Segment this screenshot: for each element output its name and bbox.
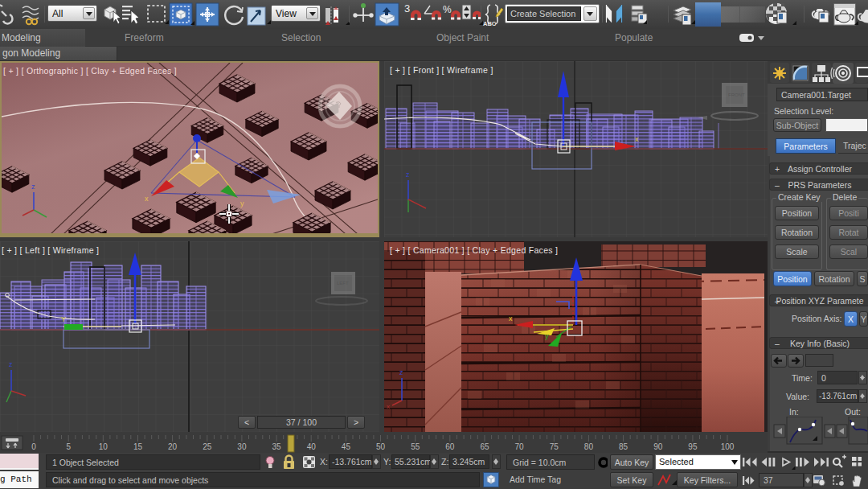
svg-text:65: 65 — [480, 442, 489, 451]
svg-text:75: 75 — [550, 442, 559, 451]
svg-text:x: x — [509, 314, 513, 323]
svg-text:100: 100 — [721, 442, 735, 451]
svg-text:95: 95 — [688, 442, 698, 451]
svg-text:20: 20 — [168, 442, 178, 451]
svg-text:Y: Y — [61, 315, 66, 323]
svg-text:25: 25 — [203, 442, 212, 451]
svg-text:40: 40 — [307, 442, 317, 451]
svg-text:80: 80 — [584, 442, 594, 451]
svg-text:5: 5 — [66, 442, 71, 451]
svg-text:15: 15 — [133, 442, 143, 451]
svg-text:ABC: ABC — [483, 20, 497, 27]
svg-text:y: y — [545, 332, 549, 340]
svg-text:60: 60 — [445, 442, 455, 451]
svg-text:LEFT: LEFT — [337, 281, 349, 286]
svg-text:50: 50 — [376, 442, 386, 451]
svg-text:55: 55 — [411, 442, 420, 451]
svg-text:FRONT: FRONT — [728, 92, 745, 97]
svg-text:70: 70 — [515, 442, 525, 451]
svg-text:x: x — [387, 403, 390, 410]
svg-text:x: x — [145, 195, 149, 203]
svg-text:35: 35 — [272, 442, 282, 451]
svg-text:x: x — [635, 135, 639, 143]
svg-text:45: 45 — [342, 442, 351, 451]
svg-text:z: z — [31, 183, 35, 191]
svg-text:z: z — [9, 360, 13, 368]
svg-text:0: 0 — [31, 442, 36, 451]
svg-text:y: y — [240, 199, 244, 208]
svg-text:%: % — [443, 4, 452, 15]
svg-text:10: 10 — [99, 442, 108, 451]
svg-text:30: 30 — [237, 442, 247, 451]
svg-text:z: z — [399, 368, 403, 376]
svg-text:z: z — [406, 171, 410, 179]
svg-text:90: 90 — [653, 442, 663, 451]
svg-text:3: 3 — [404, 2, 410, 14]
svg-text:85: 85 — [619, 442, 628, 451]
